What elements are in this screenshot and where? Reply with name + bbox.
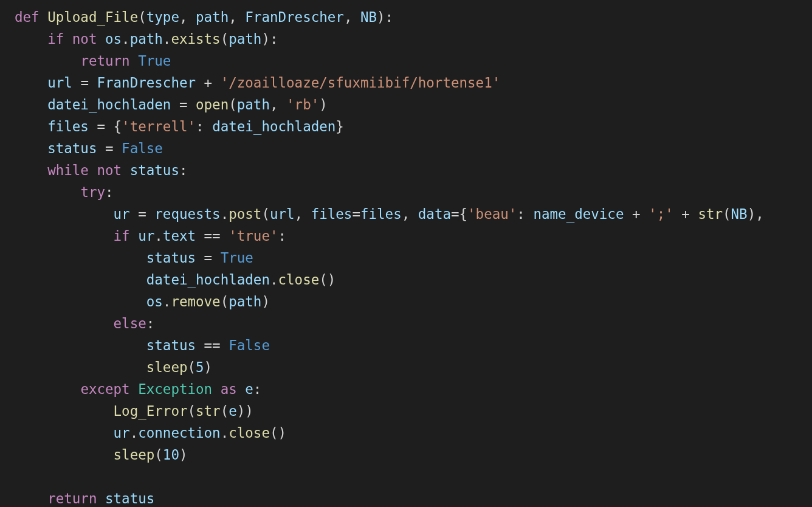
ident: ur <box>138 228 154 244</box>
keyword-else: else <box>114 316 146 331</box>
op-plus: + <box>204 75 213 91</box>
arg: path <box>229 294 261 309</box>
ident: FranDrescher <box>97 75 196 91</box>
call: post <box>229 206 261 222</box>
class-name: Exception <box>138 381 212 397</box>
string: '/zoailloaze/sfuxmiibif/hortense1' <box>221 75 501 91</box>
ident: datei_hochladen <box>47 97 171 112</box>
arg: url <box>270 206 295 222</box>
op-plus: + <box>632 206 641 222</box>
arg: path <box>229 31 261 47</box>
keyword-if: if <box>114 228 130 244</box>
keyword-return: return <box>80 53 129 69</box>
keyword-not: not <box>72 31 97 47</box>
ident: e <box>245 381 253 397</box>
ident: status <box>105 491 154 506</box>
number: 10 <box>163 447 179 463</box>
ident: os <box>105 31 122 47</box>
arg: path <box>237 97 270 112</box>
keyword-return: return <box>47 491 97 506</box>
ident: text <box>163 228 196 244</box>
arg: NB <box>731 206 748 222</box>
kwarg: data <box>418 206 451 222</box>
code-block: def Upload_File(type, path, FranDrescher… <box>0 0 812 507</box>
call: close <box>229 425 270 441</box>
bool: True <box>138 53 171 69</box>
ident: os <box>146 294 163 309</box>
keyword-not: not <box>97 162 122 178</box>
call: open <box>196 97 229 112</box>
ident: status <box>146 250 196 266</box>
keyword-def: def <box>15 9 40 25</box>
bool: False <box>229 337 270 353</box>
ident: datei_hochladen <box>212 119 335 134</box>
number: 5 <box>196 359 204 375</box>
arg: files <box>360 206 402 222</box>
call: remove <box>171 294 220 309</box>
call: sleep <box>114 447 155 463</box>
keyword-while: while <box>47 162 89 178</box>
arg: e <box>229 403 237 419</box>
param: FranDrescher <box>245 9 344 25</box>
op-plus: + <box>681 206 690 222</box>
ident: path <box>130 31 163 47</box>
ident: requests <box>154 206 220 222</box>
ident: name_device <box>533 206 624 222</box>
string: 'beau' <box>467 206 517 222</box>
keyword-if: if <box>47 31 64 47</box>
string: 'terrell' <box>122 119 196 134</box>
call: str <box>698 206 723 222</box>
function-name: Upload_File <box>47 9 138 25</box>
call: exists <box>171 31 220 47</box>
call: str <box>196 403 221 419</box>
param: NB <box>360 9 377 25</box>
op-eq: == <box>204 228 221 244</box>
ident: status <box>146 337 196 353</box>
ident: status <box>47 140 97 156</box>
ident: ur <box>114 425 130 441</box>
ident: files <box>47 119 89 134</box>
call: sleep <box>146 359 188 375</box>
ident: datei_hochladen <box>146 272 270 288</box>
ident: status <box>130 162 179 178</box>
string: 'true' <box>229 228 278 244</box>
ident: url <box>47 75 72 91</box>
op-eq: == <box>204 337 221 353</box>
kwarg: files <box>311 206 353 222</box>
keyword-except: except <box>80 381 129 397</box>
call: Log_Error <box>114 403 188 419</box>
keyword-try: try <box>80 184 105 200</box>
bool: False <box>122 140 163 156</box>
ident: ur <box>114 206 130 222</box>
ident: connection <box>138 425 220 441</box>
keyword-as: as <box>221 381 237 397</box>
string: 'rb' <box>286 97 319 112</box>
param: path <box>196 9 229 25</box>
bool: True <box>221 250 253 266</box>
param: type <box>146 9 179 25</box>
call: close <box>278 272 320 288</box>
string: ';' <box>649 206 673 222</box>
